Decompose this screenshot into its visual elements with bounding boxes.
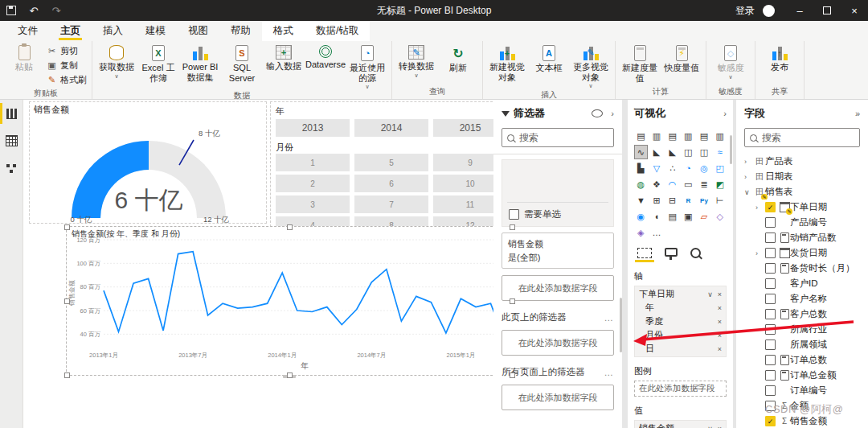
- axis-field-季度[interactable]: 季度×: [635, 315, 726, 328]
- fields-search-input[interactable]: 搜索: [744, 128, 860, 147]
- remove-field-icon[interactable]: ×: [718, 345, 722, 353]
- viz-type-decomposition-tree[interactable]: ⊢: [713, 193, 727, 208]
- collapse-fields-icon[interactable]: »: [855, 109, 860, 118]
- axis-field-日[interactable]: 日×: [635, 342, 726, 356]
- slicer-month-button[interactable]: 2: [276, 175, 350, 192]
- value-field-pill[interactable]: 销售金额 ∨ ×: [635, 422, 726, 428]
- line-chart-visual[interactable]: 销售金额(按 年、季度 和 月份)40 百万60 百万80 百万100 百万12…: [66, 226, 513, 376]
- field-item-客户ID[interactable]: 客户ID: [744, 276, 860, 291]
- filters-scrollbar[interactable]: [620, 298, 622, 352]
- field-item-所属领域[interactable]: 所属领域: [744, 337, 860, 352]
- viz-type-area-chart[interactable]: ◣: [650, 145, 664, 159]
- new-measure-button[interactable]: 新建度量值: [619, 43, 661, 83]
- more-options-icon[interactable]: …: [604, 313, 615, 323]
- report-canvas[interactable]: 销售金额 8 十亿 6 十亿 0 十亿 12 十亿 年 ∨ 2013201420…: [23, 100, 515, 428]
- field-item-客户总数[interactable]: 客户总数: [744, 307, 860, 322]
- field-item-动销产品数[interactable]: 动销产品数: [744, 230, 860, 245]
- close-button[interactable]: ×: [841, 0, 868, 21]
- field-checkbox[interactable]: ✓: [765, 202, 776, 212]
- field-item-下单日期[interactable]: ›✓✎下单日期: [744, 200, 860, 215]
- field-checkbox[interactable]: [765, 385, 776, 396]
- resize-handle[interactable]: [287, 224, 293, 230]
- tab-format[interactable]: [665, 248, 678, 262]
- field-checkbox[interactable]: [765, 217, 776, 228]
- viz-type-more-visuals[interactable]: …: [650, 225, 664, 240]
- slicer-month-button[interactable]: 5: [354, 154, 428, 171]
- menu-tab-home[interactable]: 主页: [49, 21, 92, 41]
- field-item-所属行业[interactable]: 所属行业: [744, 322, 860, 337]
- text-box-button[interactable]: A文本框: [528, 43, 570, 73]
- menu-tab-format[interactable]: 格式: [262, 21, 305, 41]
- dataverse-button[interactable]: Dataverse: [305, 43, 346, 70]
- axis-field-年[interactable]: 年×: [635, 301, 726, 315]
- viz-type-pie-chart[interactable]: ◔: [682, 161, 695, 175]
- transform-data-button[interactable]: ✎转换数据∨: [395, 43, 437, 78]
- viz-type-kpi[interactable]: ◩: [713, 177, 727, 191]
- viz-type-power-automate[interactable]: ◇: [713, 209, 727, 224]
- undo-icon[interactable]: ↶: [23, 0, 45, 21]
- enter-data-button[interactable]: +输入数据: [263, 43, 305, 72]
- slicer-month-button[interactable]: 6: [354, 175, 428, 192]
- viz-type-map[interactable]: ◍: [634, 177, 648, 191]
- excel-workbook-button[interactable]: XExcel 工作簿: [137, 43, 179, 83]
- resize-handle[interactable]: [510, 372, 515, 378]
- viz-type-clustered-column-chart[interactable]: ▥: [682, 129, 695, 143]
- viz-type-matrix[interactable]: ⊟: [665, 193, 679, 208]
- viz-type-key-influencers[interactable]: ◉: [634, 209, 648, 224]
- menu-tab-file[interactable]: 文件: [6, 21, 49, 41]
- sign-in-button[interactable]: 登录: [727, 4, 763, 18]
- viz-type-gauge[interactable]: ◠: [665, 177, 679, 191]
- field-item-备货时长（月）[interactable]: 备货时长（月）: [744, 261, 860, 276]
- copy-button[interactable]: ▣复制: [45, 59, 88, 72]
- field-item-订单编号[interactable]: 订单编号: [744, 383, 860, 398]
- resize-handle[interactable]: [510, 224, 515, 230]
- viz-type-filled-map[interactable]: ❖: [650, 177, 664, 191]
- require-single-select-checkbox[interactable]: [509, 209, 519, 220]
- expand-chevron-icon[interactable]: ›: [744, 173, 754, 181]
- remove-field-icon[interactable]: ×: [718, 425, 722, 428]
- viz-type-ribbon-chart[interactable]: ≈: [713, 145, 727, 159]
- field-checkbox[interactable]: [765, 324, 776, 335]
- remove-field-icon[interactable]: ×: [718, 304, 722, 312]
- filter-card-sales-amount[interactable]: 销售金额 是(全部): [502, 233, 614, 269]
- date-slicer-visual[interactable]: 年 ∨ 201320142015 月份 159261037114812: [270, 101, 513, 227]
- viz-type-donut-chart[interactable]: ◎: [698, 161, 711, 175]
- gauge-visual[interactable]: 销售金额 8 十亿 6 十亿 0 十亿 12 十亿: [29, 101, 267, 224]
- refresh-button[interactable]: ↻刷新: [437, 43, 479, 73]
- collapse-visualizations-icon[interactable]: ›: [723, 109, 727, 118]
- viz-type-line-clustered-column-chart[interactable]: ◫: [698, 145, 711, 159]
- field-item-产品表[interactable]: ›田产品表: [744, 154, 860, 169]
- visualizations-scrollbar[interactable]: [730, 135, 732, 164]
- viz-type-q-and-a[interactable]: ◖: [650, 209, 664, 224]
- publish-button[interactable]: ↑发布: [759, 43, 800, 72]
- viz-type-treemap[interactable]: ◰: [713, 161, 727, 175]
- viz-type-power-apps[interactable]: ▱: [698, 209, 711, 224]
- viz-type-card[interactable]: ▭: [682, 177, 695, 191]
- resize-handle[interactable]: [287, 372, 293, 378]
- viz-type-stacked-column-chart[interactable]: ▥: [650, 129, 664, 143]
- expand-chevron-icon[interactable]: ›: [755, 204, 765, 212]
- viz-type-paginated-report[interactable]: ▣: [682, 209, 695, 224]
- viz-type-python-script[interactable]: Py: [698, 193, 711, 208]
- field-checkbox[interactable]: [765, 278, 776, 289]
- slicer-year-button[interactable]: 2013: [276, 119, 350, 137]
- field-checkbox[interactable]: [765, 309, 776, 319]
- field-checkbox[interactable]: [765, 355, 776, 365]
- viz-type-funnel-chart[interactable]: ▽: [650, 161, 664, 175]
- menu-tab-view[interactable]: 视图: [177, 21, 219, 41]
- field-checkbox[interactable]: [765, 370, 776, 381]
- account-avatar[interactable]: [763, 5, 775, 17]
- save-icon[interactable]: [0, 0, 23, 21]
- remove-field-icon[interactable]: ×: [718, 331, 722, 340]
- field-item-产品编号[interactable]: 产品编号: [744, 215, 860, 230]
- viz-type-waterfall-chart[interactable]: ▙: [634, 161, 648, 175]
- viz-type-r-script[interactable]: R: [682, 193, 695, 208]
- sensitivity-button[interactable]: ◇敏感度∨: [710, 43, 751, 80]
- cut-button[interactable]: ✂剪切: [45, 44, 88, 58]
- rail-model-view[interactable]: [0, 154, 23, 182]
- remove-field-icon[interactable]: ×: [718, 290, 722, 298]
- viz-type-slicer[interactable]: ▼: [634, 193, 648, 208]
- viz-type-stacked-area-chart[interactable]: ◣: [665, 145, 679, 159]
- field-checkbox[interactable]: [765, 248, 776, 258]
- chevron-down-icon[interactable]: ∨: [707, 290, 713, 298]
